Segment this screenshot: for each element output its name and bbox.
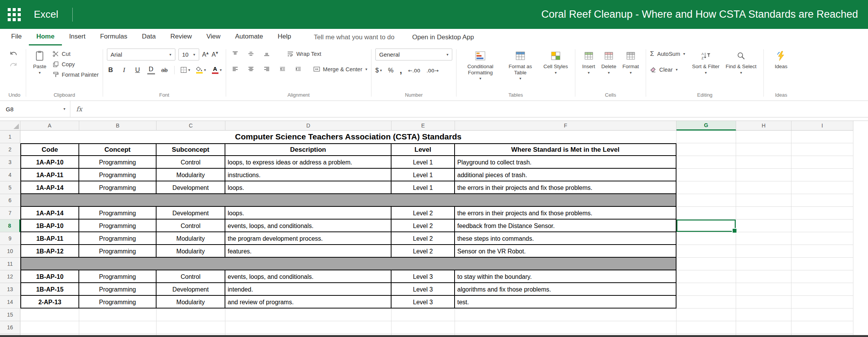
cell-I3[interactable] [791, 156, 853, 169]
decrease-decimal-button[interactable]: .00→ [427, 68, 439, 74]
name-box[interactable]: G8 ▾ [0, 101, 70, 117]
cell-F16[interactable] [455, 321, 676, 334]
cell-D9[interactable]: the program development process. [225, 232, 392, 245]
menu-tab-review[interactable]: Review [163, 29, 199, 45]
cell-G4[interactable] [676, 169, 736, 181]
cell-B2[interactable]: Concept [79, 143, 157, 156]
cell-I1[interactable] [791, 131, 853, 143]
cell-F9[interactable]: these steps into commands. [455, 232, 676, 245]
row-header-10[interactable]: 10 [0, 245, 20, 258]
cell-I2[interactable] [791, 143, 853, 156]
strikethrough-button[interactable]: ab [161, 67, 168, 74]
cell-C4[interactable]: Modularity [157, 169, 225, 181]
cell-D3[interactable]: loops, to express ideas or address a pro… [225, 156, 392, 169]
menu-tab-file[interactable]: File [4, 29, 29, 45]
cell-E9[interactable]: Level 2 [392, 232, 455, 245]
formula-input[interactable] [88, 101, 868, 117]
cell-E5[interactable]: Level 1 [392, 181, 455, 194]
column-header-C[interactable]: C [157, 121, 225, 131]
cell-G6[interactable] [676, 194, 736, 207]
cell-F13[interactable]: algorithms and fix those problems. [455, 283, 676, 296]
cell-D7[interactable]: loops. [225, 207, 392, 220]
cell-H16[interactable] [736, 321, 791, 334]
cell-I4[interactable] [791, 169, 853, 181]
delete-cells-button[interactable]: Delete ▾ [598, 49, 620, 75]
cell-C16[interactable] [157, 321, 225, 334]
row-header-16[interactable]: 16 [0, 321, 20, 334]
increase-indent-icon[interactable] [293, 65, 303, 74]
cell-H2[interactable] [736, 143, 791, 156]
cell-H6[interactable] [736, 194, 791, 207]
cell-A15[interactable] [20, 308, 79, 321]
menu-tab-view[interactable]: View [199, 29, 228, 45]
cell-B13[interactable]: Programming [79, 283, 157, 296]
wrap-text-button[interactable]: Wrap Text [287, 49, 322, 59]
cell-E4[interactable]: Level 1 [392, 169, 455, 181]
select-all-button[interactable] [0, 121, 20, 131]
cell-D15[interactable] [225, 308, 392, 321]
cell-A16[interactable] [20, 321, 79, 334]
cell-C9[interactable]: Modularity [157, 232, 225, 245]
cell-D10[interactable]: features. [225, 245, 392, 258]
cell-B15[interactable] [79, 308, 157, 321]
fx-icon[interactable]: fx [70, 105, 88, 113]
cell-E16[interactable] [392, 321, 455, 334]
format-cells-button[interactable]: Format ▾ [620, 49, 642, 75]
percent-format-button[interactable]: % [388, 67, 393, 74]
cell-I10[interactable] [791, 245, 853, 258]
align-top-icon[interactable] [230, 49, 240, 58]
tell-me-box[interactable]: Tell me what you want to do [314, 29, 395, 45]
format-as-table-button[interactable]: Format as Table ▾ [500, 49, 540, 80]
cell-G13[interactable] [676, 283, 736, 296]
decrease-font-size-button[interactable]: A▼ [212, 51, 218, 58]
cell-H12[interactable] [736, 270, 791, 283]
menu-tab-insert[interactable]: Insert [62, 29, 93, 45]
cell-C2[interactable]: Subconcept [157, 143, 225, 156]
cell-C13[interactable]: Development [157, 283, 225, 296]
cell-D13[interactable]: intended. [225, 283, 392, 296]
cell-D14[interactable]: and review of programs. [225, 296, 392, 308]
cell-C7[interactable]: Development [157, 207, 225, 220]
cell-G14[interactable] [676, 296, 736, 308]
column-header-F[interactable]: F [455, 121, 676, 131]
cell-H4[interactable] [736, 169, 791, 181]
format-painter-button[interactable]: Format Painter [53, 69, 99, 80]
cell-G7[interactable] [676, 207, 736, 220]
menu-tab-automate[interactable]: Automate [228, 29, 270, 45]
cell-H10[interactable] [736, 245, 791, 258]
cell-I5[interactable] [791, 181, 853, 194]
cell-C14[interactable]: Modularity [157, 296, 225, 308]
cell-B14[interactable]: Programming [79, 296, 157, 308]
cell-H7[interactable] [736, 207, 791, 220]
cell-C12[interactable]: Control [157, 270, 225, 283]
cell-A5[interactable]: 1A-AP-14 [20, 181, 79, 194]
align-middle-icon[interactable] [246, 49, 256, 58]
column-header-D[interactable]: D [225, 121, 392, 131]
cell-E8[interactable]: Level 2 [392, 220, 455, 232]
number-format-select[interactable]: General ▾ [375, 49, 452, 60]
cell-G2[interactable] [676, 143, 736, 156]
font-color-button[interactable]: A ▾ [212, 66, 222, 74]
app-launcher-icon[interactable] [0, 0, 28, 29]
cell-G16[interactable] [676, 321, 736, 334]
cell-H1[interactable] [736, 131, 791, 143]
app-name[interactable]: Excel [34, 8, 58, 20]
align-bottom-icon[interactable] [262, 49, 272, 58]
cell-D16[interactable] [225, 321, 392, 334]
cell-G9[interactable] [676, 232, 736, 245]
comma-format-button[interactable]: , [400, 65, 402, 75]
row-header-5[interactable]: 5 [0, 181, 20, 194]
cell-B7[interactable]: Programming [79, 207, 157, 220]
cell-I11[interactable] [791, 258, 853, 270]
cell-F5[interactable]: the errors in their projects and fix tho… [455, 181, 676, 194]
cell-I12[interactable] [791, 270, 853, 283]
currency-format-button[interactable]: $ ▾ [375, 67, 382, 74]
clear-button[interactable]: Clear ▾ [650, 64, 678, 75]
cell-H11[interactable] [736, 258, 791, 270]
cell-F4[interactable]: additional pieces of trash. [455, 169, 676, 181]
cut-button[interactable]: Cut [53, 49, 99, 59]
cell-separator-row-11[interactable] [20, 258, 676, 270]
cell-A13[interactable]: 1B-AP-15 [20, 283, 79, 296]
cell-A12[interactable]: 1B-AP-10 [20, 270, 79, 283]
open-in-desktop-button[interactable]: Open in Desktop App [412, 29, 474, 45]
